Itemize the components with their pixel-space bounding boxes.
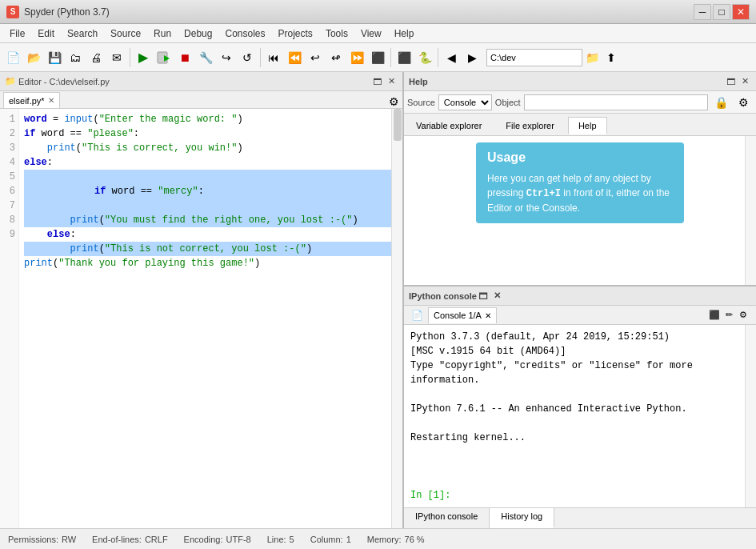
prev-button[interactable]: ⏪ — [285, 48, 304, 67]
stop-debug-button[interactable]: ⬛ — [368, 48, 387, 67]
console-content[interactable]: Python 3.7.3 (default, Apr 24 2019, 15:2… — [404, 325, 756, 507]
restart-button[interactable]: ↺ — [238, 48, 257, 67]
tab-variable-explorer[interactable]: Variable explorer — [406, 117, 492, 134]
menu-source[interactable]: Source — [104, 26, 147, 41]
console-line-3: Type "copyright", "credits" or "license"… — [410, 359, 750, 373]
menu-run[interactable]: Run — [147, 26, 178, 41]
console-tab-close[interactable]: ✕ — [485, 311, 491, 320]
separator-3 — [390, 48, 391, 67]
console-line-9 — [410, 445, 750, 459]
editor-tab-elseif[interactable]: elseif.py* ✕ — [3, 92, 60, 108]
save-all-button[interactable]: 🗂 — [66, 48, 85, 67]
status-line-endings: End-of-lines: CRLF — [92, 535, 168, 544]
memory-value: 76 % — [405, 535, 425, 544]
status-line: Line: 5 — [267, 535, 294, 544]
kbd-ctrl-i: Ctrl+I — [526, 188, 561, 199]
console-line-5 — [410, 387, 750, 402]
editor-close-icon[interactable]: ✕ — [385, 75, 398, 88]
line-num-8: 8 — [0, 213, 15, 227]
console-tab-bar: 📄 Console 1/A ✕ ⬛ ✏ ⚙ — [404, 306, 756, 325]
maximize-button[interactable]: □ — [713, 4, 730, 20]
console-panel-header: IPython console 🗖 ✕ — [404, 287, 756, 306]
help-scrollbar[interactable] — [745, 136, 756, 285]
code-line-6: print("You must find the right one, you … — [24, 213, 398, 227]
console-tab-icons: ⬛ ✏ ⚙ — [705, 309, 753, 322]
usage-text: Here you can get help of any object by p… — [487, 171, 673, 215]
new-file-button[interactable]: 📄 — [3, 48, 22, 67]
close-button[interactable]: ✕ — [732, 4, 750, 20]
editor-gear-icon: ⚙ — [389, 95, 399, 108]
tab-file-explorer[interactable]: File explorer — [495, 117, 565, 134]
usage-title: Usage — [487, 150, 673, 165]
nav-back-button[interactable]: ⬛ — [394, 48, 414, 67]
browse-path-button[interactable]: 📁 — [582, 48, 602, 67]
print-button[interactable]: 🖨 — [86, 48, 106, 67]
console-settings-icon[interactable]: ⚙ — [737, 309, 750, 322]
console-line-8: Restarting kernel... — [410, 431, 750, 445]
editor-scroll-thumb[interactable] — [394, 109, 402, 141]
menu-view[interactable]: View — [354, 26, 388, 41]
help-close-icon[interactable]: ✕ — [738, 75, 751, 88]
line-num-6: 6 — [0, 184, 15, 198]
menu-debug[interactable]: Debug — [178, 26, 218, 41]
console-new-icon[interactable]: 📄 — [407, 306, 426, 325]
console-restart-icon[interactable]: ✏ — [722, 309, 735, 322]
save-file-button[interactable]: 💾 — [45, 48, 64, 67]
path-input[interactable] — [486, 49, 582, 66]
continue-button[interactable]: ⏩ — [347, 48, 366, 67]
menu-tools[interactable]: Tools — [319, 26, 354, 41]
stop-button[interactable]: ⏹ — [175, 48, 194, 67]
debug-button[interactable]: 🔧 — [196, 48, 215, 67]
menu-edit[interactable]: Edit — [31, 26, 61, 41]
help-source-select[interactable]: Console — [438, 94, 492, 110]
menu-consoles[interactable]: Consoles — [218, 26, 271, 41]
console-line-1: Python 3.7.3 (default, Apr 24 2019, 15:2… — [410, 330, 750, 344]
console-scrollbar[interactable] — [745, 325, 756, 507]
step-over-button[interactable]: ↩ — [306, 48, 325, 67]
menu-help[interactable]: Help — [388, 26, 421, 41]
code-content[interactable]: word = input("Enter the magic word: ") i… — [19, 109, 402, 528]
console-interrupt-icon[interactable]: ⬛ — [708, 309, 721, 322]
editor-settings-button[interactable]: ⚙ — [389, 95, 399, 108]
console-maximize-icon[interactable]: 🗖 — [477, 290, 490, 303]
help-source-label: Source — [407, 98, 435, 107]
menu-file[interactable]: File — [3, 26, 31, 41]
help-maximize-icon[interactable]: 🗖 — [724, 75, 737, 88]
footer-tab-ipython[interactable]: IPython console — [404, 508, 490, 528]
help-gear-icon[interactable]: ⚙ — [734, 93, 753, 112]
console-line-2: [MSC v.1915 64 bit (AMD64)] — [410, 344, 750, 359]
console-header-icons: 🗖 ✕ — [477, 290, 504, 303]
open-file-button[interactable]: 📂 — [24, 48, 43, 67]
first-button[interactable]: ⏮ — [264, 48, 283, 67]
tab-help[interactable]: Help — [568, 117, 607, 134]
help-object-input[interactable] — [524, 94, 708, 110]
editor-scrollbar[interactable] — [391, 109, 402, 528]
console-panel-title: IPython console — [409, 291, 477, 301]
forward-history-button[interactable]: ▶ — [462, 48, 482, 67]
up-dir-button[interactable]: ⬆ — [602, 48, 621, 67]
profile-button[interactable]: 🐍 — [415, 48, 434, 67]
step-into-button[interactable]: ↫ — [326, 48, 346, 67]
email-button[interactable]: ✉ — [107, 48, 126, 67]
back-history-button[interactable]: ◀ — [442, 48, 461, 67]
menu-search[interactable]: Search — [61, 26, 104, 41]
run-file-button[interactable] — [154, 48, 174, 67]
help-lock-icon[interactable]: 🔒 — [711, 93, 730, 112]
title-bar: S Spyder (Python 3.7) ─ □ ✕ — [0, 0, 756, 24]
path-container: 📁 ⬆ — [486, 48, 621, 67]
editor-tab-label: elseif.py* — [9, 96, 45, 106]
line-num-1: 1 — [0, 112, 15, 126]
console-tab-1[interactable]: Console 1/A ✕ — [428, 307, 497, 323]
editor-tab-close[interactable]: ✕ — [48, 96, 54, 105]
run-button[interactable]: ▶ — [134, 48, 153, 67]
console-close-icon[interactable]: ✕ — [491, 290, 504, 303]
code-line-4: else: — [24, 155, 398, 170]
step-button[interactable]: ↪ — [217, 48, 236, 67]
console-area: IPython console 🗖 ✕ 📄 Console 1/A ✕ ⬛ ✏ … — [404, 287, 756, 528]
menu-projects[interactable]: Projects — [272, 26, 319, 41]
minimize-button[interactable]: ─ — [694, 4, 711, 20]
footer-tab-history[interactable]: History log — [490, 508, 554, 528]
memory-label: Memory: — [367, 535, 402, 544]
console-line-11 — [410, 474, 750, 488]
editor-maximize-icon[interactable]: 🗖 — [370, 75, 383, 88]
